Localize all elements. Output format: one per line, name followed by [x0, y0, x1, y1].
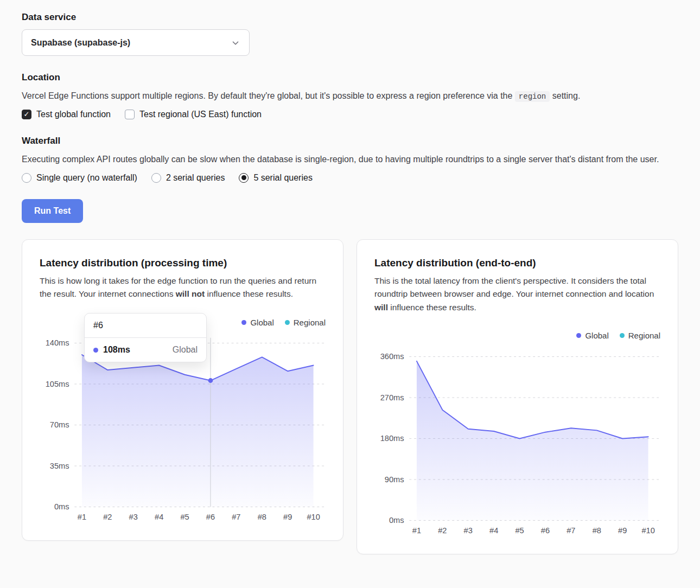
svg-text:#2: #2 — [438, 526, 447, 535]
checkbox-checked-icon — [22, 110, 31, 119]
tooltip-value: 108ms — [103, 345, 130, 355]
location-description-text-after: setting. — [552, 91, 581, 100]
legend-dot-icon — [285, 320, 290, 325]
legend-item-global: Global — [576, 331, 608, 340]
region-code-chip: region — [515, 91, 550, 102]
svg-text:#5: #5 — [180, 513, 189, 521]
radio-label: Single query (no waterfall) — [36, 173, 137, 183]
card-description-text: This is the total latency from the clien… — [374, 276, 654, 299]
svg-text:#8: #8 — [258, 513, 266, 521]
svg-text:#6: #6 — [541, 526, 550, 535]
legend-item-regional: Regional — [620, 331, 660, 340]
checkbox-label: Test regional (US East) function — [139, 110, 262, 119]
card-title: Latency distribution (processing time) — [40, 257, 326, 269]
svg-text:360ms: 360ms — [380, 352, 404, 361]
svg-text:35ms: 35ms — [50, 462, 69, 470]
checkbox-label: Test global function — [36, 110, 111, 119]
latency-cards-row: Latency distribution (processing time) T… — [22, 239, 678, 554]
svg-text:#3: #3 — [129, 513, 138, 521]
svg-text:#6: #6 — [206, 513, 215, 521]
chart-area-processing: GlobalRegional 0ms35ms70ms105ms140ms#1#2… — [40, 316, 326, 523]
run-test-button[interactable]: Run Test — [22, 199, 83, 223]
series-dot-icon — [93, 348, 98, 353]
waterfall-radio-row: Single query (no waterfall) 2 serial que… — [22, 173, 678, 183]
svg-text:105ms: 105ms — [46, 380, 69, 388]
svg-text:#3: #3 — [464, 526, 473, 535]
svg-text:180ms: 180ms — [380, 434, 404, 443]
legend-item-global: Global — [241, 318, 273, 327]
svg-text:#7: #7 — [232, 513, 240, 521]
waterfall-description: Executing complex API routes globally ca… — [22, 153, 678, 167]
data-service-selected-value: Supabase (supabase-js) — [31, 38, 130, 48]
svg-text:#1: #1 — [78, 513, 86, 521]
card-description: This is how long it takes for the edge f… — [40, 274, 326, 302]
location-description-text: Vercel Edge Functions support multiple r… — [22, 91, 512, 100]
radio-unselected-icon — [151, 173, 161, 183]
legend-label: Regional — [628, 331, 660, 340]
tooltip-title: #6 — [85, 314, 206, 338]
card-description: This is the total latency from the clien… — [374, 274, 660, 315]
svg-text:#8: #8 — [593, 526, 601, 535]
svg-text:#5: #5 — [515, 526, 524, 535]
page: Data service Supabase (supabase-js) Loca… — [0, 0, 700, 587]
card-description-text: influence these results. — [388, 303, 476, 312]
waterfall-label: Waterfall — [22, 136, 678, 146]
chevron-down-icon — [231, 38, 240, 48]
waterfall-section: Waterfall Executing complex API routes g… — [22, 136, 678, 183]
legend-dot-icon — [241, 320, 246, 325]
location-checkbox-row: Test global function Test regional (US E… — [22, 110, 678, 119]
legend-label: Regional — [294, 318, 326, 327]
card-description-bold: will not — [176, 289, 205, 298]
checkbox-test-global-function[interactable]: Test global function — [22, 110, 111, 119]
legend-dot-icon — [576, 333, 581, 338]
legend-label: Global — [250, 318, 273, 327]
chart-legend: GlobalRegional — [374, 330, 660, 342]
radio-2-serial-queries[interactable]: 2 serial queries — [151, 173, 225, 183]
radio-label: 5 serial queries — [253, 173, 313, 183]
card-title: Latency distribution (end-to-end) — [374, 257, 660, 269]
tooltip-row: 108ms Global — [85, 338, 206, 362]
card-description-bold: will — [374, 303, 388, 312]
svg-text:#10: #10 — [307, 513, 320, 521]
svg-text:70ms: 70ms — [50, 421, 69, 430]
svg-text:90ms: 90ms — [385, 475, 404, 484]
tooltip-series-name: Global — [173, 345, 198, 355]
checkbox-unchecked-icon — [125, 110, 135, 119]
legend-item-regional: Regional — [285, 318, 326, 327]
data-service-label: Data service — [22, 12, 678, 23]
chart-area-end-to-end: GlobalRegional 0ms90ms180ms270ms360ms#1#… — [374, 330, 660, 536]
svg-text:#4: #4 — [155, 513, 163, 521]
radio-label: 2 serial queries — [166, 173, 225, 183]
svg-text:#2: #2 — [103, 513, 112, 521]
svg-text:#9: #9 — [618, 526, 627, 535]
legend-dot-icon — [620, 333, 625, 338]
svg-text:#9: #9 — [283, 513, 292, 521]
location-section: Location Vercel Edge Functions support m… — [22, 72, 678, 119]
radio-single-query[interactable]: Single query (no waterfall) — [22, 173, 137, 183]
legend-label: Global — [585, 331, 608, 340]
data-service-select[interactable]: Supabase (supabase-js) — [22, 29, 250, 56]
chart-tooltip: #6 108ms Global — [84, 313, 207, 362]
svg-text:#4: #4 — [489, 526, 498, 535]
svg-text:140ms: 140ms — [46, 339, 69, 348]
svg-text:0ms: 0ms — [54, 503, 69, 512]
svg-text:0ms: 0ms — [389, 516, 404, 525]
data-service-section: Data service Supabase (supabase-js) — [22, 12, 678, 56]
location-label: Location — [22, 72, 678, 83]
latency-end-to-end-chart[interactable]: 0ms90ms180ms270ms360ms#1#2#3#4#5#6#7#8#9… — [374, 346, 660, 536]
radio-5-serial-queries[interactable]: 5 serial queries — [239, 173, 313, 183]
svg-text:#1: #1 — [412, 526, 421, 535]
latency-card-end-to-end: Latency distribution (end-to-end) This i… — [357, 239, 678, 554]
location-description: Vercel Edge Functions support multiple r… — [22, 90, 678, 103]
card-description-text: influence these results. — [205, 289, 293, 298]
svg-text:#7: #7 — [567, 526, 575, 535]
checkbox-test-regional-function[interactable]: Test regional (US East) function — [125, 110, 262, 119]
svg-text:#10: #10 — [641, 526, 654, 535]
latency-card-processing-time: Latency distribution (processing time) T… — [22, 239, 343, 541]
svg-text:270ms: 270ms — [380, 393, 404, 402]
radio-selected-icon — [239, 173, 249, 183]
radio-unselected-icon — [22, 173, 31, 183]
